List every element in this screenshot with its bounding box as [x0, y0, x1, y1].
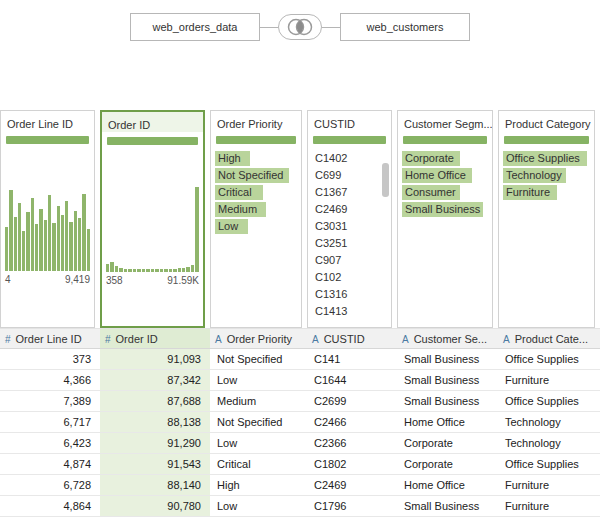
grid-cell[interactable]: Not Specified [210, 412, 307, 433]
grid-cell[interactable]: 4,874 [0, 454, 100, 475]
grid-cell[interactable]: Not Specified [210, 349, 307, 370]
histogram-bar[interactable] [186, 267, 189, 272]
grid-cell[interactable]: Office Supplies [498, 391, 600, 412]
histogram-bar[interactable] [31, 198, 34, 271]
list-item[interactable]: C699 [308, 167, 391, 184]
column-header[interactable]: #Order Line ID [0, 329, 100, 349]
field-summary-bar[interactable] [216, 136, 296, 144]
value-row[interactable]: Not Specified [213, 167, 299, 184]
grid-cell[interactable]: C2469 [307, 475, 397, 496]
profile-card[interactable]: CUSTIDC1402C699C1367C2469C3031C3251C907C… [307, 110, 392, 328]
histogram-bar[interactable] [35, 224, 38, 271]
grid-cell[interactable]: Small Business [397, 349, 498, 370]
grid-cell[interactable]: Furniture [498, 496, 600, 517]
histogram-bar[interactable] [160, 269, 163, 272]
grid-cell[interactable]: Office Supplies [498, 454, 600, 475]
grid-cell[interactable]: 6,423 [0, 433, 100, 454]
histogram-bar[interactable] [14, 217, 17, 271]
grid-cell[interactable]: 4,366 [0, 370, 100, 391]
histogram-bar[interactable] [74, 211, 77, 271]
list-item[interactable]: C2469 [308, 201, 391, 218]
list-item[interactable]: C1367 [308, 184, 391, 201]
profile-card[interactable]: Product CategoryOffice SuppliesTechnolog… [498, 110, 595, 328]
profile-card[interactable]: Order ID35891.59K [100, 110, 205, 328]
histogram-bar[interactable] [178, 268, 181, 272]
grid-cell[interactable]: Furniture [498, 475, 600, 496]
grid-cell[interactable]: 91,543 [100, 454, 210, 475]
value-row[interactable]: Consumer [400, 184, 490, 201]
histogram-bar[interactable] [182, 268, 185, 272]
histogram-bar[interactable] [5, 227, 8, 271]
list-item[interactable]: C3031 [308, 218, 391, 235]
histogram-bar[interactable] [155, 269, 158, 272]
histogram-bar[interactable] [173, 269, 176, 272]
grid-cell[interactable]: Office Supplies [498, 349, 600, 370]
field-title[interactable]: Order ID [102, 112, 203, 132]
column-header[interactable]: #Order ID [100, 329, 210, 349]
column-header[interactable]: ACUSTID [307, 329, 397, 349]
field-title[interactable]: Order Priority [211, 111, 301, 131]
list-item[interactable]: C907 [308, 252, 391, 269]
histogram-bar[interactable] [110, 262, 113, 272]
grid-cell[interactable]: 6,717 [0, 412, 100, 433]
histogram-bar[interactable] [52, 223, 55, 271]
grid-cell[interactable]: 88,140 [100, 475, 210, 496]
flow-table-right[interactable]: web_customers [340, 13, 470, 41]
grid-cell[interactable]: Technology [498, 433, 600, 454]
grid-cell[interactable]: Small Business [397, 391, 498, 412]
column-header[interactable]: AOrder Priority [210, 329, 307, 349]
value-row[interactable]: Home Office [400, 167, 490, 184]
value-row[interactable]: Corporate [400, 150, 490, 167]
histogram-bar[interactable] [39, 209, 42, 271]
grid-cell[interactable]: 91,093 [100, 349, 210, 370]
list-item[interactable]: C1316 [308, 286, 391, 303]
join-icon[interactable] [278, 14, 322, 40]
field-summary-bar[interactable] [6, 136, 89, 144]
grid-cell[interactable]: Low [210, 433, 307, 454]
list-item[interactable]: C1402 [308, 150, 391, 167]
grid-cell[interactable]: C2466 [307, 412, 397, 433]
column-header[interactable]: ACustomer Se... [397, 329, 498, 349]
grid-cell[interactable]: Corporate [397, 433, 498, 454]
histogram-bar[interactable] [78, 218, 81, 271]
grid-cell[interactable]: 6,728 [0, 475, 100, 496]
profile-card[interactable]: Order PriorityHighNot SpecifiedCriticalM… [210, 110, 302, 328]
field-summary-bar[interactable] [403, 136, 487, 144]
field-summary-bar[interactable] [504, 136, 589, 144]
histogram-bar[interactable] [146, 269, 149, 272]
field-title[interactable]: Customer Segm... [398, 111, 492, 131]
histogram-bar[interactable] [169, 269, 172, 272]
histogram-bar[interactable] [128, 269, 131, 272]
profile-card[interactable]: Order Line ID49,419 [0, 110, 95, 328]
grid-cell[interactable]: C1796 [307, 496, 397, 517]
grid-cell[interactable]: Low [210, 496, 307, 517]
grid-cell[interactable]: Small Business [397, 496, 498, 517]
histogram-bar[interactable] [106, 264, 109, 272]
histogram-bar[interactable] [61, 215, 64, 271]
value-row[interactable]: Critical [213, 184, 299, 201]
flow-table-left[interactable]: web_orders_data [130, 13, 260, 41]
histogram-bar[interactable] [119, 268, 122, 272]
grid-cell[interactable]: C1644 [307, 370, 397, 391]
field-title[interactable]: Product Category [499, 111, 594, 131]
histogram-bar[interactable] [65, 201, 68, 271]
grid-cell[interactable]: Corporate [397, 454, 498, 475]
grid-cell[interactable]: 87,688 [100, 391, 210, 412]
histogram-bar[interactable] [87, 229, 90, 272]
grid-cell[interactable]: 7,389 [0, 391, 100, 412]
grid-cell[interactable]: High [210, 475, 307, 496]
histogram-bar[interactable] [142, 269, 145, 272]
value-row[interactable]: Technology [501, 167, 592, 184]
histogram-bar[interactable] [164, 269, 167, 272]
column-header[interactable]: AProduct Cate... [498, 329, 600, 349]
grid-cell[interactable]: Small Business [397, 370, 498, 391]
histogram-bar[interactable] [44, 220, 47, 271]
grid-cell[interactable]: C1802 [307, 454, 397, 475]
value-row[interactable]: Office Supplies [501, 150, 592, 167]
grid-cell[interactable]: C2366 [307, 433, 397, 454]
histogram-bar[interactable] [191, 265, 194, 272]
list-item[interactable]: C1413 [308, 303, 391, 320]
grid-cell[interactable]: 87,342 [100, 370, 210, 391]
histogram-bar[interactable] [9, 190, 12, 271]
grid-cell[interactable]: 373 [0, 349, 100, 370]
